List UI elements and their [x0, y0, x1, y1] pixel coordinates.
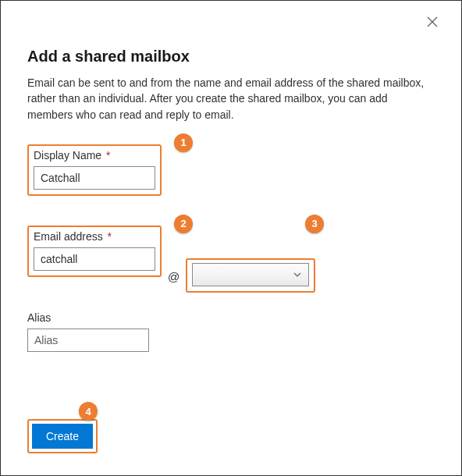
callout-badge-3: 3 — [305, 215, 324, 233]
chevron-down-icon — [293, 272, 302, 278]
alias-input[interactable] — [27, 329, 149, 352]
email-address-group: Email address * — [27, 226, 162, 277]
callout-badge-1: 1 — [174, 133, 193, 152]
dialog-content: Add a shared mailbox Email can be sent t… — [1, 1, 461, 372]
dialog-title: Add a shared mailbox — [27, 48, 435, 66]
at-separator: @ — [168, 270, 179, 293]
alias-group: Alias — [27, 308, 154, 357]
alias-label: Alias — [27, 311, 149, 324]
email-address-label: Email address * — [34, 230, 155, 243]
email-address-label-text: Email address — [34, 230, 103, 243]
required-asterisk: * — [108, 230, 112, 243]
dialog-description: Email can be sent to and from the name a… — [27, 75, 433, 123]
email-address-input[interactable] — [34, 247, 155, 271]
required-asterisk: * — [106, 149, 110, 162]
close-button[interactable] — [425, 15, 439, 29]
dialog-add-shared-mailbox: Add a shared mailbox Email can be sent t… — [0, 0, 462, 476]
close-icon — [427, 16, 438, 27]
callout-badge-4: 4 — [79, 402, 98, 421]
domain-select-group — [186, 258, 315, 293]
domain-select[interactable] — [192, 263, 309, 286]
display-name-group: Display Name * — [27, 144, 162, 196]
create-button[interactable]: Create — [32, 424, 93, 449]
callout-badge-2: 2 — [174, 215, 193, 233]
display-name-label: Display Name * — [34, 149, 155, 162]
display-name-input[interactable] — [34, 166, 155, 190]
dialog-footer: Create 4 — [27, 419, 98, 453]
create-button-callout: Create 4 — [27, 419, 98, 453]
display-name-label-text: Display Name — [34, 149, 101, 162]
